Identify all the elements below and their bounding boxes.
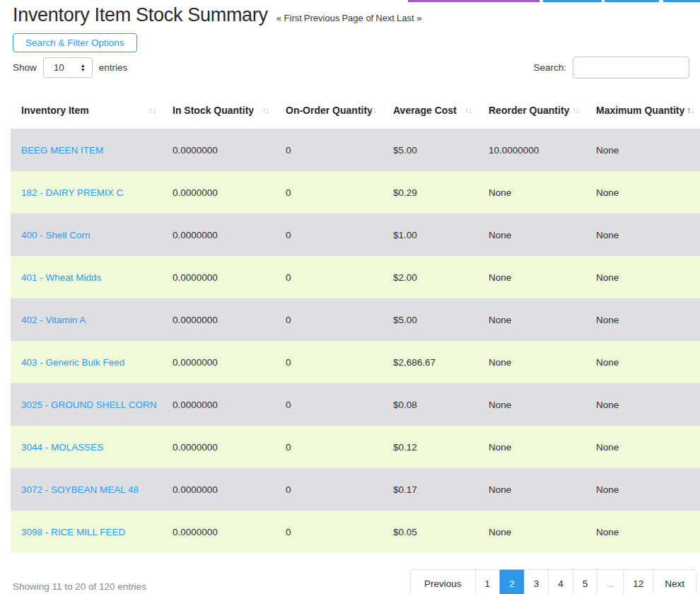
cell-in-stock: 0.0000000 [162,298,275,341]
cell-on-order: 0 [275,468,383,511]
cell-avg-cost: $2,686.67 [383,341,478,383]
column-header-on-order-quantity[interactable]: On-Order Quantity↑↓ [275,92,383,129]
cell-avg-cost: $0.08 [383,383,478,426]
cell-in-stock: 0.0000000 [162,214,275,256]
blue-button-fragment-1[interactable] [543,0,602,2]
pager-next-link[interactable]: Next [375,13,395,23]
sort-arrows-icon: ↑↓ [687,105,694,115]
cell-in-stock: 0.0000000 [162,341,275,383]
cell-on-order: 0 [275,129,383,171]
cell-avg-cost: $0.12 [383,426,478,468]
column-header-label: In Stock Quantity [173,105,254,116]
sort-arrows-icon: ↑↓ [369,105,376,115]
pager-first-link[interactable]: « First [276,13,302,23]
previous-page-button[interactable]: Previous [410,569,476,594]
cell-in-stock: 0.0000000 [162,256,275,298]
cell-on-order: 0 [275,511,383,553]
cell-in-stock: 0.0000000 [162,511,275,553]
page-ellipsis: ... [597,569,624,594]
cell-on-order: 0 [275,214,383,256]
cell-item: 3098 - RICE MILL FEED [11,511,162,553]
cell-max: None [585,256,700,298]
entries-select[interactable]: 10 ▲▼ [43,57,93,78]
cell-on-order: 0 [275,256,383,298]
inventory-item-link[interactable]: 401 - Wheat Midds [21,272,101,283]
cell-on-order: 0 [275,383,383,426]
entries-label: entries [99,62,128,73]
table-row: 400 - Shell Corn0.00000000$1.00NoneNone [11,214,700,256]
cell-reorder: None [478,426,585,468]
search-filter-options-button[interactable]: Search & Filter Options [13,33,137,52]
cell-reorder: 10.0000000 [478,129,585,171]
next-page-button[interactable]: Next [653,569,696,594]
cell-item: 401 - Wheat Midds [11,256,162,298]
cell-avg-cost: $0.05 [383,511,478,553]
pager-last-link[interactable]: Last » [397,13,421,23]
cell-reorder: None [478,256,585,298]
blue-button-fragment-3[interactable] [663,0,700,2]
search-input[interactable] [573,57,689,78]
column-header-average-cost[interactable]: Average Cost↑↓ [383,92,478,129]
column-header-label: Maximum Quantity [596,105,684,116]
cell-in-stock: 0.0000000 [162,383,275,426]
cell-max: None [585,383,700,426]
cell-reorder: None [478,171,585,214]
column-header-reorder-quantity[interactable]: Reorder Quantity↑↓ [478,92,585,129]
cell-item: BEEG MEEN ITEM [11,129,162,171]
cell-max: None [585,426,700,468]
show-label: Show [13,62,37,73]
table-row: 401 - Wheat Midds0.00000000$2.00NoneNone [11,256,700,298]
sort-arrows-icon: ↑↓ [572,105,579,115]
cell-item: 3072 - SOYBEAN MEAL 48 [11,468,162,511]
table-header-row: Inventory Item↑↓In Stock Quantity↑↓On-Or… [11,92,700,129]
inventory-item-link[interactable]: 3072 - SOYBEAN MEAL 48 [21,484,139,495]
cell-max: None [585,171,700,214]
page-button-4[interactable]: 4 [548,569,573,594]
search-control: Search: [533,57,689,78]
cell-reorder: None [478,468,585,511]
cell-reorder: None [478,511,585,553]
sort-arrows-icon: ↑↓ [148,105,156,115]
column-header-inventory-item[interactable]: Inventory Item↑↓ [11,92,162,129]
inventory-item-link[interactable]: BEEG MEEN ITEM [21,145,103,156]
inventory-table: Inventory Item↑↓In Stock Quantity↑↓On-Or… [11,92,700,553]
cell-in-stock: 0.0000000 [162,171,275,214]
cell-item: 402 - Vitamin A [11,298,162,341]
cell-max: None [585,468,700,511]
purple-button-fragment[interactable] [408,0,539,2]
page-button-3[interactable]: 3 [524,569,549,594]
top-pager: « FirstPreviousPage ofNextLast » [276,13,424,23]
pager-previous-link[interactable]: Previous [304,13,340,23]
cell-avg-cost: $1.00 [383,214,478,256]
cell-reorder: None [478,214,585,256]
page-title: Inventory Item Stock Summary [13,4,268,26]
inventory-item-link[interactable]: 3098 - RICE MILL FEED [21,527,125,537]
inventory-item-link[interactable]: 3025 - GROUND SHELL CORN [21,400,157,410]
page-button-1[interactable]: 1 [475,569,501,594]
sort-arrows-icon: ↑↓ [465,105,472,115]
cell-on-order: 0 [275,298,383,341]
inventory-item-link[interactable]: 3044 - MOLASSES [21,442,103,453]
page-button-12[interactable]: 12 [623,569,653,594]
current-page-button[interactable]: 2 [499,569,525,594]
search-label: Search: [533,62,566,73]
sort-arrows-icon: ↑↓ [262,105,269,115]
inventory-item-link[interactable]: 400 - Shell Corn [21,230,91,240]
inventory-item-link[interactable]: 182 - DAIRY PREMIX C [21,187,123,198]
table-row: BEEG MEEN ITEM0.00000000$5.0010.0000000N… [11,129,700,171]
cell-avg-cost: $2.00 [383,256,478,298]
page-button-5[interactable]: 5 [573,569,598,594]
cell-item: 3025 - GROUND SHELL CORN [11,383,162,426]
top-edge-buttons [0,0,700,2]
column-header-in-stock-quantity[interactable]: In Stock Quantity↑↓ [162,92,275,129]
entries-select-value: 10 [54,62,64,73]
table-row: 3098 - RICE MILL FEED0.00000000$0.05None… [11,511,700,553]
column-header-maximum-quantity[interactable]: Maximum Quantity↑↓ [585,92,700,129]
inventory-item-link[interactable]: 403 - Generic Bulk Feed [21,357,124,368]
inventory-item-link[interactable]: 402 - Vitamin A [21,315,86,325]
cell-on-order: 0 [275,171,383,214]
cell-max: None [585,129,700,171]
cell-avg-cost: $0.29 [383,171,478,214]
pagination: Previous12345...12Next [411,569,696,594]
blue-button-fragment-2[interactable] [605,0,659,2]
